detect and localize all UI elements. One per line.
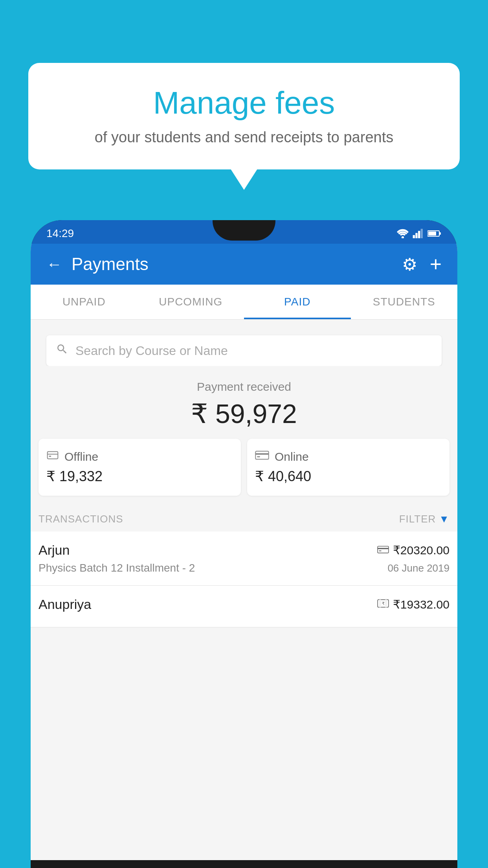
offline-label: Offline [64,450,98,463]
filter-button[interactable]: FILTER ▼ [399,513,449,525]
filter-icon: ▼ [439,513,449,525]
tab-paid[interactable]: PAID [244,285,351,319]
settings-icon[interactable]: ⚙ [402,254,417,274]
phone-screen: ← Payments ⚙ + UNPAID UPCOMING PAID STUD… [31,244,457,860]
add-icon[interactable]: + [430,252,442,276]
svg-text:₹: ₹ [382,601,384,606]
search-placeholder: Search by Course or Name [75,344,228,358]
svg-rect-18 [379,600,381,607]
bubble-title: Manage fees [52,85,436,121]
payment-cards: Offline ₹ 19,332 Onlin [39,439,449,496]
svg-rect-1 [413,235,415,238]
payment-received-label: Payment received [39,380,449,394]
offline-amount: ₹ 19,332 [46,468,233,485]
payment-summary: Payment received ₹ 59,972 Offline [31,366,457,504]
transaction-course: Physics Batch 12 Installment - 2 [39,562,195,574]
svg-rect-2 [415,233,417,238]
svg-rect-4 [421,229,423,238]
offline-payment-card: Offline ₹ 19,332 [39,439,241,496]
wifi-icon [397,229,409,238]
transaction-name: Arjun [39,542,70,558]
battery-icon [427,229,442,238]
tabs-bar: UNPAID UPCOMING PAID STUDENTS [31,285,457,320]
back-button[interactable]: ← [46,256,62,273]
transaction-amount-row: ₹ ₹19332.00 [377,598,449,611]
svg-rect-13 [257,456,260,458]
filter-text: FILTER [399,513,436,525]
search-bar[interactable]: Search by Course or Name [46,335,442,366]
transaction-amount: ₹20320.00 [393,543,449,557]
speech-bubble: Manage fees of your students and send re… [28,63,460,169]
online-label-row: Online [255,450,442,463]
tab-upcoming[interactable]: UPCOMING [138,285,244,319]
header-left: ← Payments [46,254,149,274]
transaction-row[interactable]: Arjun ₹20320.00 Physics Batch 12 Install… [31,531,457,586]
transaction-top: Anupriya ₹ ₹19332.00 [39,597,449,612]
online-label: Online [275,450,309,463]
bubble-subtitle: of your students and send receipts to pa… [52,129,436,146]
tab-students[interactable]: STUDENTS [351,285,458,319]
search-icon [56,342,68,359]
transaction-row[interactable]: Anupriya ₹ ₹19332.00 [31,586,457,627]
svg-rect-10 [49,456,51,457]
transaction-amount-row: ₹20320.00 [377,543,449,557]
svg-rect-6 [439,232,441,235]
transactions-label: TRANSACTIONS [39,513,123,525]
transaction-name: Anupriya [39,597,91,612]
svg-rect-19 [385,600,387,607]
transactions-header: TRANSACTIONS FILTER ▼ [31,504,457,531]
status-icons [397,229,442,238]
card-payment-icon [377,544,389,557]
header-right: ⚙ + [402,252,442,276]
page-title: Payments [72,254,149,274]
svg-rect-3 [418,231,420,238]
app-header: ← Payments ⚙ + [31,244,457,285]
tab-unpaid[interactable]: UNPAID [31,285,138,319]
transaction-amount: ₹19332.00 [393,598,449,611]
svg-rect-15 [378,548,389,549]
svg-rect-16 [379,550,381,551]
svg-rect-12 [255,453,268,455]
svg-rect-11 [255,451,268,460]
svg-rect-8 [48,452,58,459]
online-payment-card: Online ₹ 40,640 [247,439,449,496]
online-icon [255,450,269,463]
phone-notch [213,220,275,241]
transaction-detail: Physics Batch 12 Installment - 2 06 June… [39,562,449,574]
svg-point-0 [402,236,404,238]
cash-payment-icon: ₹ [377,598,389,611]
svg-rect-7 [428,232,436,235]
phone-frame: 14:29 [31,220,457,868]
offline-icon [46,450,59,463]
online-amount: ₹ 40,640 [255,468,442,485]
svg-rect-14 [378,546,389,553]
transaction-top: Arjun ₹20320.00 [39,542,449,558]
payment-total-amount: ₹ 59,972 [39,398,449,429]
signal-icon [413,229,424,238]
offline-label-row: Offline [46,450,233,463]
status-time: 14:29 [46,227,74,240]
transaction-date: 06 June 2019 [387,562,449,574]
